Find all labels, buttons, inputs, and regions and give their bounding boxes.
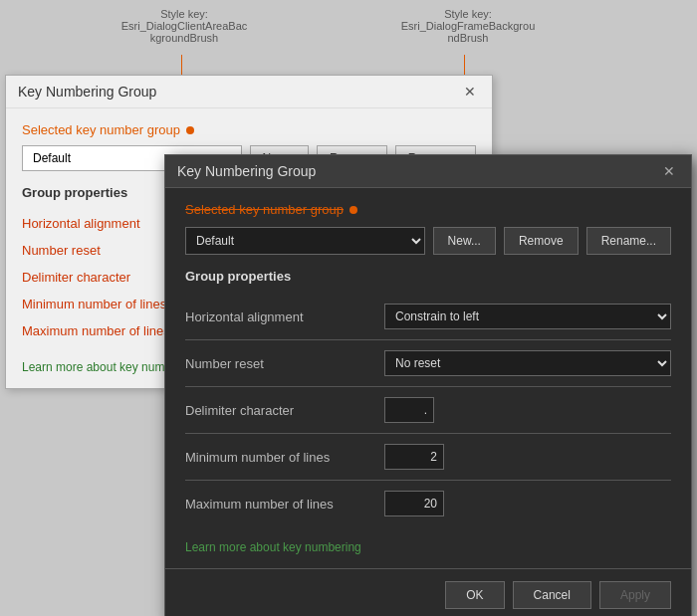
min-lines-input[interactable]: [384, 444, 444, 470]
selected-label-dark: Selected key number group: [185, 202, 671, 217]
dropdown-row-dark: Default New... Remove Rename...: [185, 227, 671, 255]
btn-new-dark[interactable]: New...: [433, 227, 496, 255]
btn-rename-dark[interactable]: Rename...: [586, 227, 671, 255]
dialog-dark: Key Numbering Group ✕ Selected key numbe…: [164, 154, 692, 616]
group-select-dark[interactable]: Default: [185, 227, 425, 255]
dark-prop-row-1: Number reset No reset Reset on page Rese…: [185, 342, 671, 384]
dark-prop-row-0: Horizontal alignment Constrain to left L…: [185, 296, 671, 337]
learn-more-dark[interactable]: Learn more about key numbering: [185, 540, 671, 554]
btn-apply[interactable]: Apply: [599, 581, 671, 609]
dark-prop-value-0: Constrain to left Left Center Right: [384, 304, 671, 329]
dialog-dark-footer: OK Cancel Apply: [165, 568, 691, 616]
dialog-light-close[interactable]: ✕: [460, 84, 480, 100]
delimiter-input[interactable]: [384, 397, 434, 423]
group-props-title-dark: Group properties: [185, 269, 671, 284]
dialog-light-title: Key Numbering Group: [18, 84, 156, 100]
dark-prop-value-2: [384, 397, 671, 423]
dialog-dark-body: Selected key number group Default New...…: [165, 188, 691, 568]
max-lines-input[interactable]: [384, 491, 444, 516]
dark-prop-row-4: Maximum number of lines: [185, 483, 671, 524]
divider-1: [185, 339, 671, 340]
marker-dot-dark: [349, 206, 357, 214]
dark-prop-label-2: Delimiter character: [185, 403, 384, 418]
dialog-dark-titlebar: Key Numbering Group ✕: [165, 155, 691, 188]
btn-remove-dark[interactable]: Remove: [504, 227, 579, 255]
style-key-value-2: Esri_DialogFrameBackgroundBrush: [398, 20, 538, 44]
style-key-annotation-2: Style key: Esri_DialogFrameBackgroundBru…: [398, 8, 538, 44]
dark-prop-row-3: Minimum number of lines: [185, 436, 671, 478]
dark-prop-value-3: [384, 444, 671, 470]
dark-prop-label-0: Horizontal alignment: [185, 309, 384, 324]
dialog-dark-close[interactable]: ✕: [659, 163, 679, 179]
btn-cancel[interactable]: Cancel: [513, 581, 591, 609]
dark-prop-value-1: No reset Reset on page Reset on section: [384, 350, 671, 376]
dialog-dark-title: Key Numbering Group: [177, 163, 316, 179]
dark-prop-label-4: Maximum number of lines: [185, 497, 384, 512]
style-key-annotation-1: Style key: Esri_DialogClientAreaBackgrou…: [119, 8, 249, 44]
style-key-label-2: Style key:: [398, 8, 538, 20]
dark-prop-label-3: Minimum number of lines: [185, 450, 384, 465]
selected-label-light: Selected key number group: [22, 122, 476, 137]
divider-2: [185, 386, 671, 387]
horiz-align-select[interactable]: Constrain to left Left Center Right: [384, 304, 671, 329]
dark-prop-value-4: [384, 491, 671, 516]
style-key-value-1: Esri_DialogClientAreaBackgroundBrush: [119, 20, 249, 44]
divider-3: [185, 433, 671, 434]
marker-dot-light: [186, 126, 194, 134]
divider-4: [185, 480, 671, 481]
number-reset-select[interactable]: No reset Reset on page Reset on section: [384, 350, 671, 376]
dark-prop-row-2: Delimiter character: [185, 389, 671, 431]
style-key-label-1: Style key:: [119, 8, 249, 20]
dialog-light-titlebar: Key Numbering Group ✕: [6, 76, 492, 108]
btn-ok[interactable]: OK: [445, 581, 504, 609]
dark-prop-label-1: Number reset: [185, 356, 384, 371]
